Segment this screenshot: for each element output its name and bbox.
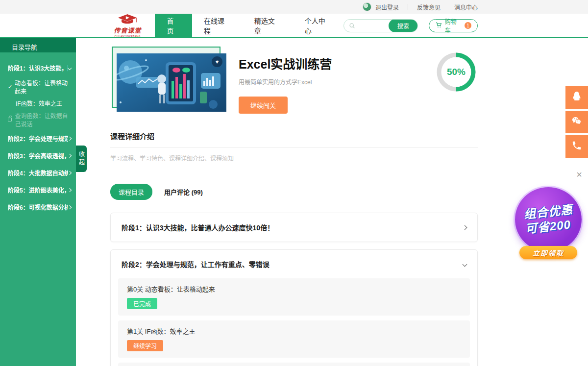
status-badge-continue[interactable]: 继续学习 — [127, 340, 163, 351]
course-title: Excel实战训练营 — [239, 54, 332, 72]
course-header: ♥ Excel实战训练营 用最简单实用的方式学Excel 继续闯关 50% — [110, 47, 478, 116]
catalog-sidebar: 目录导航 阶段1：认识3大技能，比普通人... ✓ 动态看板：让表格动起来 IF… — [0, 38, 76, 366]
favorite-heart-icon[interactable]: ♥ — [212, 56, 222, 67]
course-info: Excel实战训练营 用最简单实用的方式学Excel 继续闯关 — [239, 47, 332, 116]
course-subtitle: 用最简单实用的方式学Excel — [239, 77, 332, 86]
qq-contact-button[interactable] — [565, 86, 588, 109]
detail-description: 学习流程、学习特色、课程详细介绍、课程须知 — [110, 154, 588, 162]
feedback-link[interactable]: 反馈意见 — [417, 3, 441, 11]
cart-label: 购物车 — [445, 17, 462, 34]
messages-link[interactable]: 消息中心 — [454, 3, 478, 11]
cart-count-badge: 1 — [465, 22, 471, 29]
accordion-stage1-header[interactable]: 阶段1：认识3大技能，比普通人办公速度快10倍！ — [111, 213, 477, 242]
lesson-row[interactable]: 第0关 动态看板：让表格动起来 已完成 — [118, 278, 470, 316]
accordion-stage2-header[interactable]: 阶段2：学会处理与规范，让工作有重点、零错误 — [111, 250, 477, 278]
divider — [408, 4, 408, 10]
search-input[interactable] — [358, 22, 389, 29]
qq-icon — [571, 91, 583, 104]
sidebar-item-stage3[interactable]: 阶段3：学会高级透视，拥有同时... — [0, 147, 76, 164]
chevron-right-icon — [68, 136, 72, 140]
content-row: 目录导航 阶段1：认识3大技能，比普通人... ✓ 动态看板：让表格动起来 IF… — [0, 38, 588, 366]
sidebar-item-stage5[interactable]: 阶段5：进阶图表美化，让汇报一... — [0, 181, 76, 198]
sidebar-collapse-button[interactable]: 收起 — [76, 146, 87, 172]
chevron-down-icon — [463, 262, 467, 267]
phone-contact-button[interactable] — [565, 135, 588, 158]
page: 退出登录 反馈意见 消息中心 传音课堂 CHUANYINKETANG 首页 在线… — [0, 0, 588, 366]
floating-contact-bar — [565, 86, 588, 160]
sidebar-item-stage1[interactable]: 阶段1：认识3大技能，比普通人... — [0, 59, 76, 76]
chevron-right-icon — [463, 225, 467, 230]
nav-right: 搜索 购物车 1 — [343, 14, 588, 37]
sidebar-lesson-locked[interactable]: 查询函数：让数据自己说话 — [0, 109, 76, 130]
nav-item-courses[interactable]: 在线课程 — [192, 14, 243, 37]
logo-title: 传音课堂 — [114, 25, 141, 35]
promo-badge[interactable]: 组合优惠 可省200 — [515, 187, 582, 252]
cart-button[interactable]: 购物车 1 — [429, 19, 478, 32]
phone-icon — [571, 140, 582, 153]
sidebar-lesson-current[interactable]: IF函数：效率之王 — [0, 97, 76, 109]
progress-ring: 50% — [435, 50, 478, 94]
nav-item-profile[interactable]: 个人中心 — [293, 14, 343, 37]
user-avatar[interactable] — [363, 2, 371, 11]
search-box: 搜索 — [343, 19, 418, 32]
tab-catalog[interactable]: 课程目录 — [110, 184, 152, 200]
chevron-right-icon — [68, 205, 72, 209]
chevron-right-icon — [68, 153, 72, 157]
continue-course-button[interactable]: 继续闯关 — [239, 97, 288, 114]
close-icon[interactable]: × — [576, 170, 582, 179]
logout-link[interactable]: 退出登录 — [375, 3, 399, 11]
lesson-row[interactable]: 第1关 IF函数：效率之王 继续学习 — [118, 320, 470, 358]
sidebar-item-stage6[interactable]: 阶段6：可视化数据分析，帮老板... — [0, 198, 76, 216]
logo-subtitle: CHUANYINKETANG — [115, 35, 141, 38]
accordion-stage1: 阶段1：认识3大技能，比普通人办公速度快10倍！ — [110, 213, 478, 242]
check-icon: ✓ — [8, 84, 15, 90]
tabs: 课程目录 用户评论 (99) — [110, 184, 588, 200]
chevron-right-icon — [68, 188, 72, 192]
chevron-right-icon — [68, 171, 72, 174]
lesson-row[interactable]: 第1关 IF函数：效率之王 未解锁 — [118, 363, 470, 366]
course-image-wrap: ♥ — [110, 47, 227, 116]
sidebar-item-stage2[interactable]: 阶段2：学会处理与规范，让工作... — [0, 130, 76, 147]
graduation-cap-icon — [117, 14, 138, 26]
sidebar-item-stage4[interactable]: 阶段4：大批数据自动统计分析，... — [0, 164, 76, 181]
site-logo[interactable]: 传音课堂 CHUANYINKETANG — [109, 14, 146, 37]
course-image[interactable]: ♥ — [117, 53, 226, 112]
wechat-contact-button[interactable] — [565, 111, 588, 133]
accordion-stage2: 阶段2：学会处理与规范，让工作有重点、零错误 第0关 动态看板：让表格动起来 已… — [110, 249, 478, 366]
main-content: ♥ Excel实战训练营 用最简单实用的方式学Excel 继续闯关 50% 课程 — [76, 38, 588, 366]
navbar: 传音课堂 CHUANYINKETANG 首页 在线课程 精选文章 个人中心 搜索 — [0, 14, 588, 37]
claim-coupon-button[interactable]: 立即领取 — [519, 246, 577, 259]
nav-item-articles[interactable]: 精选文章 — [243, 14, 293, 37]
sidebar-lesson-done[interactable]: ✓ 动态看板：让表格动起来 — [0, 76, 76, 97]
sidebar-title: 目录导航 — [0, 38, 76, 52]
tab-comments[interactable]: 用户评论 (99) — [164, 187, 203, 196]
lock-icon — [8, 118, 12, 122]
search-icon — [349, 23, 355, 29]
wechat-icon — [571, 115, 583, 129]
detail-heading: 课程详细介绍 — [110, 131, 478, 148]
cart-icon — [435, 21, 442, 30]
search-button[interactable]: 搜索 — [389, 19, 418, 32]
topbar: 退出登录 反馈意见 消息中心 — [0, 0, 588, 14]
nav-item-home[interactable]: 首页 — [155, 14, 192, 37]
progress-percent: 50% — [435, 50, 478, 94]
chevron-down-icon — [68, 66, 72, 70]
status-badge-done[interactable]: 已完成 — [127, 298, 157, 309]
